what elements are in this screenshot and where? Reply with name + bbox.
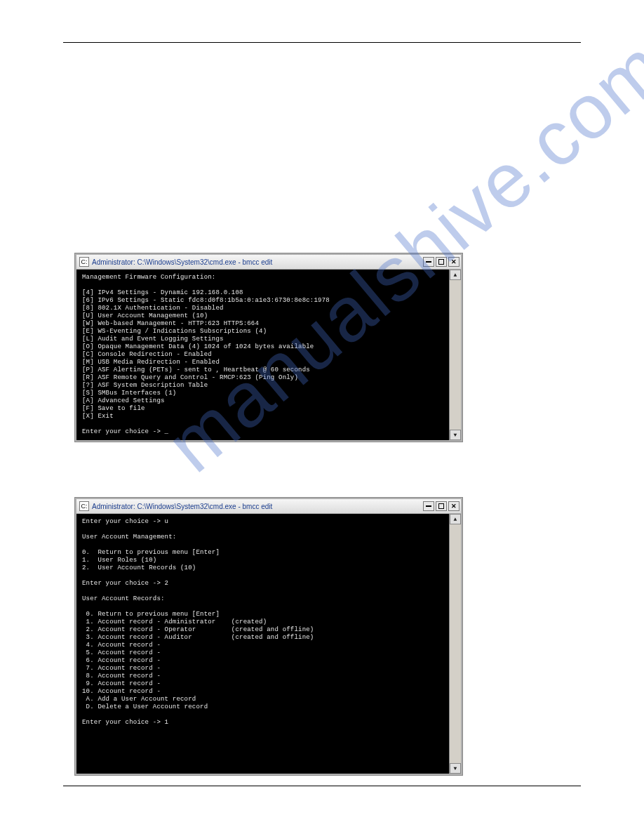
term2-menu2-line: D. Delete a User Account record — [82, 703, 208, 710]
term2-menu2-line: 3. Account record - Auditor (created and… — [82, 634, 314, 641]
terminal-output[interactable]: Management Firmware Configuration: [4] I… — [76, 270, 461, 440]
term1-line: [M] USB Media Redirection - Enabled — [82, 359, 220, 366]
term1-line: [W] Web-based Management - HTTP:623 HTTP… — [82, 320, 259, 327]
term1-line: [?] ASF System Description Table — [82, 382, 208, 389]
term2-menu2-line: 0. Return to previous menu [Enter] — [82, 611, 220, 618]
term2-heading1: User Account Management: — [82, 534, 176, 541]
term2-menu2-line: A. Add a User Account record — [82, 696, 196, 703]
term1-line: [A] Advanced Settings — [82, 397, 165, 404]
term2-prompt3: Enter your choice -> 1 — [82, 719, 168, 726]
scroll-down-button[interactable]: ▼ — [450, 763, 461, 774]
term1-line: [L] Audit and Event Logging Settings — [82, 336, 224, 343]
term2-menu1-line: 2. User Account Records (10) — [82, 564, 196, 571]
window-title: Administrator: C:\Windows\System32\cmd.e… — [92, 258, 422, 266]
term1-line: [P] ASF Alerting (PETs) - sent to , Hear… — [82, 366, 310, 373]
minimize-button[interactable] — [423, 257, 434, 267]
cmd-window-users: C: Administrator: C:\Windows\System32\cm… — [75, 498, 462, 775]
term1-line: [F] Save to file — [82, 405, 145, 412]
cmd-icon: C: — [79, 257, 89, 267]
maximize-button[interactable] — [436, 501, 447, 511]
scroll-track[interactable] — [450, 524, 461, 763]
term2-menu2-line: 10. Account record - — [82, 688, 161, 695]
terminal-output[interactable]: Enter your choice -> u User Account Mana… — [76, 514, 461, 774]
scrollbar[interactable]: ▲ ▼ — [449, 270, 461, 440]
term1-heading: Management Firmware Configuration: — [82, 274, 215, 281]
term2-menu1-line: 0. Return to previous menu [Enter] — [82, 549, 220, 556]
term2-menu2-line: 2. Account record - Operator (created an… — [82, 626, 314, 633]
term2-heading2: User Account Records: — [82, 595, 165, 602]
term2-menu2-line: 4. Account record - — [82, 642, 161, 649]
cmd-icon: C: — [79, 501, 89, 511]
titlebar[interactable]: C: Administrator: C:\Windows\System32\cm… — [76, 499, 461, 514]
close-button[interactable] — [448, 501, 459, 511]
minimize-button[interactable] — [423, 501, 434, 511]
term2-menu2-line: 8. Account record - — [82, 673, 161, 680]
term2-prompt1: Enter your choice -> u — [82, 518, 168, 525]
window-title: Administrator: C:\Windows\System32\cmd.e… — [92, 503, 422, 510]
term1-line: [4] IPv4 Settings - Dynamic 192.168.0.10… — [82, 289, 243, 296]
term1-line: [O] Opaque Management Data (4) 1024 of 1… — [82, 343, 314, 350]
term2-menu2-line: 5. Account record - — [82, 649, 161, 656]
term2-prompt2: Enter your choice -> 2 — [82, 580, 168, 587]
titlebar[interactable]: C: Administrator: C:\Windows\System32\cm… — [76, 255, 461, 270]
footer-rule — [63, 786, 581, 786]
header-rule — [63, 42, 581, 43]
term1-line: [X] Exit — [82, 413, 114, 420]
term1-line: [8] 802.1X Authentication - Disabled — [82, 305, 224, 312]
scroll-up-button[interactable]: ▲ — [450, 270, 461, 280]
scroll-down-button[interactable]: ▼ — [450, 430, 461, 440]
cmd-window-firmware: C: Administrator: C:\Windows\System32\cm… — [75, 253, 462, 442]
term1-line: [C] Console Redirection - Enabled — [82, 351, 212, 358]
scrollbar[interactable]: ▲ ▼ — [449, 514, 461, 774]
term1-line: [6] IPv6 Settings - Static fdc8:d0f8:1b5… — [82, 297, 330, 304]
term2-menu2-line: 9. Account record - — [82, 680, 161, 687]
term1-line: [R] ASF Remote Query and Control - RMCP:… — [82, 374, 298, 381]
term1-line: [E] WS-Eventing / Indications Subscripti… — [82, 328, 267, 335]
term1-prompt: Enter your choice -> _ — [82, 428, 168, 435]
term2-menu1-line: 1. User Roles (10) — [82, 557, 156, 564]
scroll-track[interactable] — [450, 280, 461, 430]
close-button[interactable] — [448, 257, 459, 267]
term2-menu2-line: 7. Account record - — [82, 665, 161, 672]
term2-menu2-line: 6. Account record - — [82, 657, 161, 664]
maximize-button[interactable] — [436, 257, 447, 267]
scroll-up-button[interactable]: ▲ — [450, 514, 461, 524]
term1-line: [S] SMBus Interfaces (1) — [82, 390, 176, 397]
term2-menu2-line: 1. Account record - Administrator (creat… — [82, 618, 267, 626]
term1-line: [U] User Account Management (10) — [82, 312, 208, 319]
